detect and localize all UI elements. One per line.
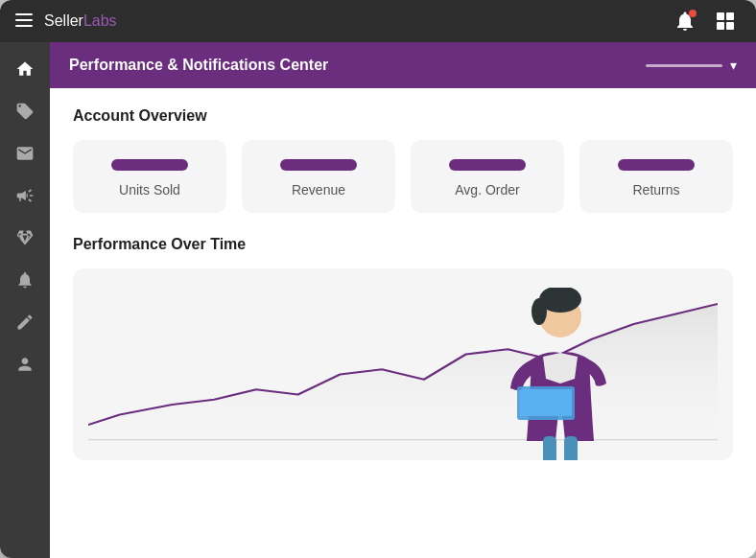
hamburger-icon[interactable] [15, 12, 33, 32]
svg-rect-0 [15, 13, 33, 15]
svg-rect-3 [717, 12, 724, 20]
main-content: Account Overview Units Sold Revenue Avg.… [50, 88, 756, 558]
notification-badge [689, 10, 697, 17]
header-bar: Performance & Notifications Center ▾ [50, 42, 756, 88]
stat-card-avg-order: Avg. Order [411, 140, 564, 213]
main-layout: Performance & Notifications Center ▾ Acc… [0, 42, 756, 558]
sidebar-item-tags[interactable] [4, 92, 46, 130]
svg-rect-2 [15, 25, 33, 27]
brand-labs: Labs [83, 12, 117, 30]
svg-rect-1 [15, 19, 33, 21]
brand-seller: Seller [44, 12, 83, 30]
svg-rect-5 [717, 22, 724, 30]
sidebar-item-diamond[interactable] [4, 219, 46, 257]
sidebar-item-mail[interactable] [4, 134, 46, 173]
sidebar-item-megaphone[interactable] [4, 176, 46, 215]
page-title: Performance & Notifications Center [69, 57, 646, 74]
app-window: SellerLabs [0, 0, 756, 558]
svg-rect-6 [726, 22, 734, 30]
svg-point-10 [532, 298, 547, 325]
grid-icon-button[interactable] [710, 6, 741, 36]
notification-bell-button[interactable] [670, 6, 700, 36]
top-bar-icons [670, 6, 741, 36]
account-overview-title: Account Overview [73, 107, 733, 125]
stat-bar-units-sold [111, 159, 188, 171]
person-illustration [503, 288, 618, 460]
stat-bar-returns [618, 159, 695, 171]
sidebar-item-home[interactable] [4, 50, 46, 88]
stats-grid: Units Sold Revenue Avg. Order Returns [73, 140, 733, 213]
stat-label-units-sold: Units Sold [119, 182, 180, 198]
stat-bar-revenue [280, 159, 357, 171]
sidebar-item-bell[interactable] [4, 261, 46, 299]
header-divider [646, 64, 722, 67]
stat-label-returns: Returns [632, 182, 679, 198]
stat-card-returns: Returns [579, 140, 733, 213]
stat-card-revenue: Revenue [242, 140, 395, 213]
top-bar: SellerLabs [0, 0, 756, 42]
chevron-down-icon[interactable]: ▾ [730, 58, 737, 73]
chart-section: Performance Over Time [73, 236, 733, 460]
chart-container [73, 268, 733, 460]
performance-title: Performance Over Time [73, 236, 733, 253]
stat-bar-avg-order [449, 159, 526, 171]
svg-rect-13 [543, 436, 556, 460]
stat-label-avg-order: Avg. Order [455, 182, 519, 198]
svg-rect-14 [564, 436, 578, 460]
stat-card-units-sold: Units Sold [73, 140, 226, 213]
stat-label-revenue: Revenue [292, 182, 345, 198]
svg-rect-4 [726, 12, 734, 20]
sidebar [0, 42, 50, 558]
sidebar-item-pen[interactable] [4, 303, 46, 341]
brand-logo: SellerLabs [44, 12, 117, 30]
svg-rect-12 [520, 389, 572, 416]
sidebar-item-user[interactable] [4, 345, 46, 384]
chart-svg [88, 284, 718, 445]
content-area: Performance & Notifications Center ▾ Acc… [50, 42, 756, 558]
